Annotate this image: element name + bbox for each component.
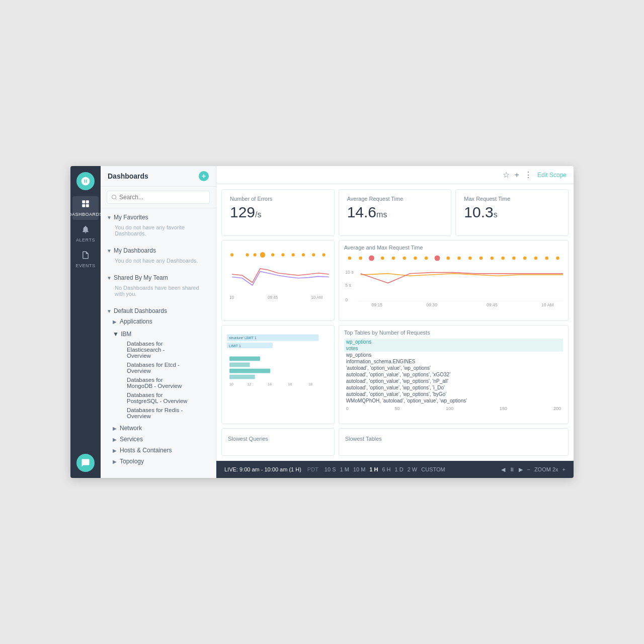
nav-alerts-label: ALERTS	[76, 237, 95, 243]
svg-text:18: 18	[308, 381, 312, 386]
star-icon[interactable]: ☆	[503, 170, 510, 180]
add-panel-icon[interactable]: +	[515, 171, 519, 180]
list-item-redis[interactable]: Databases for Redis - Overview	[113, 406, 204, 421]
list-item-etcd[interactable]: Databases for Etcd - Overview	[113, 360, 204, 375]
slowest-tables-panel: Slowest Tables	[339, 428, 569, 456]
sidebar-item-hosts[interactable]: ▶ Hosts & Containers	[107, 445, 210, 456]
svg-point-8	[271, 253, 274, 257]
svg-point-20	[381, 257, 384, 260]
my-dashboards-label: My Dashboards	[114, 247, 156, 254]
sidebar-item-network[interactable]: ▶ Network	[107, 423, 210, 434]
pause-button[interactable]: ⏸	[509, 466, 515, 472]
dashboard-grid: Number of Errors 129/s Average Request T…	[216, 184, 574, 461]
top-tables-title: Top Tables by Number of Requests	[344, 330, 563, 336]
svg-point-17	[348, 257, 351, 260]
sidebar-item-applications[interactable]: ▶ Applications	[107, 316, 210, 327]
default-dashboards-header[interactable]: ▼ Default Dashboards	[107, 306, 210, 316]
svg-text:0: 0	[345, 297, 348, 302]
interval-1d[interactable]: 1 D	[395, 466, 404, 472]
sidebar-header: Dashboards +	[101, 166, 216, 187]
main-content: ☆ + ⋮ Edit Scope Number of Errors 129/s …	[216, 166, 574, 478]
nav-dashboards-label: DASHBOARDS	[70, 212, 103, 217]
sidebar-section-my-dashboards: ▼ My Dashboards You do not have any Dash…	[101, 242, 216, 269]
shared-empty-text: No Dashboards have been shared with you.	[107, 283, 210, 300]
app-logo[interactable]	[76, 172, 95, 190]
interval-1h[interactable]: 1 H	[369, 466, 378, 472]
sidebar-content: ▼ My Favorites You do not have any favor…	[101, 208, 216, 478]
ibm-header[interactable]: ▼ IBM	[113, 329, 204, 339]
default-dashboards-label: Default Dashboards	[114, 307, 167, 314]
sidebar-title: Dashboards	[108, 172, 148, 180]
bottom-bar: LIVE: 9:00 am - 10:00 am (1 H) PDT 10 S …	[216, 461, 574, 478]
zoom-plus-button[interactable]: +	[562, 466, 566, 472]
list-item-mongodb[interactable]: Databases for MongoDB - Overview	[113, 375, 204, 390]
app-window: DASHBOARDS ALERTS EVENTS Dashboards +	[70, 166, 574, 478]
interval-2w[interactable]: 2 W	[408, 466, 418, 472]
svg-point-29	[479, 257, 482, 260]
nav-rail: DASHBOARDS ALERTS EVENTS	[70, 166, 101, 478]
my-dashboards-header[interactable]: ▼ My Dashboards	[107, 246, 210, 256]
more-options-icon[interactable]: ⋮	[524, 170, 532, 180]
chat-button[interactable]	[76, 454, 95, 472]
svg-point-21	[391, 257, 395, 260]
hosts-label: Hosts & Containers	[120, 447, 172, 454]
interval-custom[interactable]: CUSTOM	[421, 466, 445, 472]
nav-item-events[interactable]: EVENTS	[72, 248, 99, 271]
shared-header[interactable]: ▼ Shared By My Team	[107, 273, 210, 283]
timezone-label: PDT	[307, 466, 318, 472]
table-row: autoload', 'option_value', 'wp_options',…	[344, 378, 563, 384]
playback-controls: ◀ ⏸ ▶ − ZOOM 2x +	[501, 466, 566, 473]
hosts-arrow: ▶	[113, 448, 117, 453]
svg-text:10: 10	[229, 295, 234, 300]
avg-request-unit: ms	[376, 210, 387, 219]
svg-rect-0	[82, 200, 85, 203]
list-item-postgresql[interactable]: Databases for PostgreSQL - Overview	[113, 390, 204, 406]
list-item-elasticsearch[interactable]: Databases for Elasticsearch - Overview	[113, 339, 204, 360]
next-button[interactable]: ▶	[519, 466, 523, 473]
svg-point-22	[403, 257, 406, 260]
nav-item-alerts[interactable]: ALERTS	[72, 222, 99, 246]
sidebar-item-services[interactable]: ▶ Services	[107, 434, 210, 445]
search-input[interactable]	[107, 191, 210, 204]
errors-value: 129/s	[230, 204, 326, 221]
svg-point-33	[523, 257, 527, 260]
svg-text:10: 10	[229, 381, 233, 386]
interval-10m[interactable]: 10 M	[353, 466, 365, 472]
query-chart-area: structure' LIMIT 1 LIMIT 1 10 12 14 16 1…	[227, 332, 329, 387]
services-arrow: ▶	[113, 437, 117, 442]
ibm-label: IBM	[121, 331, 131, 338]
svg-rect-1	[86, 200, 89, 203]
edit-scope-button[interactable]: Edit Scope	[537, 172, 567, 179]
interval-10s[interactable]: 10 S	[325, 466, 336, 472]
svg-text:10 s: 10 s	[345, 270, 354, 275]
prev-button[interactable]: ◀	[501, 466, 505, 473]
svg-point-28	[468, 257, 472, 260]
sidebar-section-default: ▼ Default Dashboards ▶ Applications ▼ IB…	[101, 302, 216, 469]
nav-item-dashboards[interactable]: DASHBOARDS	[72, 196, 99, 220]
avg-max-svg: 10 s 5 s 0 09:15 09:30 09:45 10 AM	[344, 253, 563, 308]
applications-label: Applications	[120, 318, 152, 325]
errors-unit: /s	[255, 210, 261, 219]
avg-max-chart-area: 10 s 5 s 0 09:15 09:30 09:45 10 AM	[344, 253, 563, 308]
interval-1m[interactable]: 1 M	[340, 466, 349, 472]
svg-point-36	[556, 257, 559, 260]
table-row: wp_options	[344, 352, 563, 358]
errors-chart-area: 10 09:45 10 AM	[227, 247, 329, 302]
svg-point-9	[281, 253, 284, 257]
svg-point-7	[260, 252, 265, 258]
svg-rect-52	[229, 375, 255, 379]
zoom-minus-button[interactable]: −	[527, 466, 530, 472]
sidebar-item-topology[interactable]: ▶ Topology	[107, 456, 210, 467]
network-arrow: ▶	[113, 426, 117, 431]
table-row: 'autoload', 'option_value', 'wp_options'	[344, 365, 563, 371]
sidebar-section-favorites: ▼ My Favorites You do not have any favor…	[101, 208, 216, 242]
svg-text:09:45: 09:45	[487, 302, 498, 307]
add-dashboard-button[interactable]: +	[199, 171, 209, 181]
table-row: autoload', 'option_value', 'wp_options',…	[344, 371, 563, 378]
favorites-header[interactable]: ▼ My Favorites	[107, 212, 210, 222]
query-chart-panel: structure' LIMIT 1 LIMIT 1 10 12 14 16 1…	[221, 325, 335, 424]
interval-6h[interactable]: 6 H	[382, 466, 390, 472]
max-request-number: 10.3	[464, 204, 493, 220]
svg-rect-50	[229, 363, 250, 367]
svg-point-25	[434, 256, 440, 261]
